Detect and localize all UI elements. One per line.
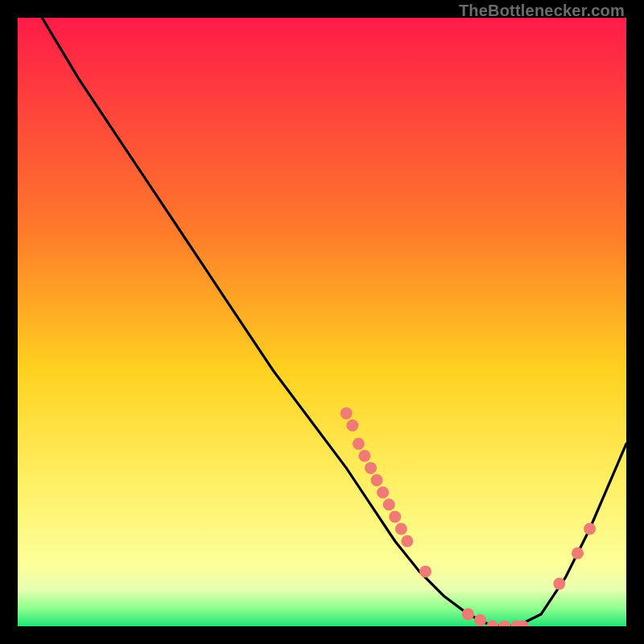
- watermark-text: TheBottlenecker.com: [459, 2, 625, 20]
- marker-point: [389, 510, 401, 522]
- marker-point: [474, 614, 486, 626]
- marker-point: [383, 498, 395, 510]
- marker-point: [358, 450, 370, 462]
- marker-point: [346, 419, 358, 431]
- marker-point: [377, 486, 389, 498]
- marker-point: [462, 608, 474, 620]
- marker-point: [572, 547, 584, 559]
- bottleneck-curve: [42, 18, 626, 626]
- marker-point: [395, 523, 407, 535]
- marker-point: [553, 578, 565, 590]
- marker-point: [584, 523, 596, 535]
- marker-point: [498, 621, 510, 627]
- marker-point: [419, 566, 431, 578]
- chart-frame: [18, 18, 626, 626]
- marker-point: [401, 535, 413, 547]
- marker-point: [365, 462, 377, 474]
- marker-point: [353, 438, 365, 450]
- marker-point: [341, 407, 353, 419]
- marker-point: [486, 621, 498, 627]
- marker-point: [371, 474, 383, 486]
- chart-plot: [18, 18, 626, 626]
